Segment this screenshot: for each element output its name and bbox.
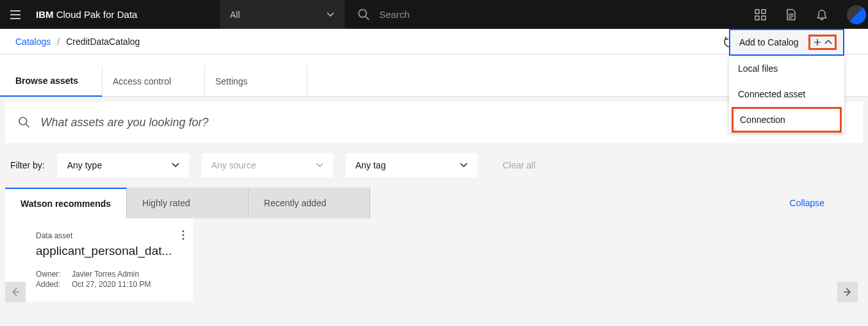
menu-item-connected-asset[interactable]: Connected asset	[729, 81, 844, 107]
svg-rect-3	[755, 16, 759, 20]
collapse-link[interactable]: Collapse	[790, 198, 863, 208]
svg-point-7	[183, 234, 184, 236]
svg-point-5	[19, 117, 27, 125]
svg-rect-2	[762, 10, 766, 13]
filter-type[interactable]: Any type	[58, 153, 189, 177]
tab-settings[interactable]: Settings	[205, 66, 307, 96]
owner-label: Owner:	[36, 270, 68, 279]
carousel-next[interactable]	[837, 282, 858, 302]
svg-point-0	[359, 10, 366, 17]
chevron-up-icon	[824, 40, 832, 45]
avatar-button[interactable]	[837, 0, 868, 29]
filter-row: Filter by: Any type Any source Any tag C…	[5, 143, 863, 188]
svg-rect-1	[755, 10, 759, 13]
notifications-button[interactable]	[807, 0, 837, 29]
chevron-down-icon	[327, 12, 334, 17]
filter-source[interactable]: Any source	[202, 153, 333, 177]
filter-tag-label: Any tag	[356, 160, 386, 170]
top-header: IBM Cloud Pak for Data All	[0, 0, 868, 29]
arrow-right-icon	[842, 287, 853, 297]
breadcrumb: Catalogs / CreditDataCatalog	[15, 37, 140, 47]
header-actions	[745, 0, 868, 29]
chevron-down-icon	[460, 163, 468, 168]
tab-browse-assets[interactable]: Browse assets	[0, 66, 102, 97]
owner-value: Javier Torres Admin	[72, 270, 181, 279]
add-to-catalog-icons	[808, 35, 837, 50]
tab-access-control[interactable]: Access control	[102, 66, 205, 96]
tab-highly-rated[interactable]: Highly rated	[127, 188, 249, 218]
global-search[interactable]	[357, 8, 745, 21]
filter-source-label: Any source	[211, 160, 256, 170]
add-to-catalog-dropdown: Add to Catalog Local files Connected ass…	[729, 29, 844, 135]
svg-rect-4	[762, 16, 766, 20]
scope-dropdown-label: All	[230, 10, 240, 20]
document-icon	[786, 9, 796, 20]
clear-all-button[interactable]: Clear all	[503, 160, 536, 170]
hamburger-icon	[9, 8, 22, 21]
asset-name: applicant_personal_dat...	[36, 244, 181, 258]
recommendation-bar: Watson recommends Highly rated Recently …	[5, 188, 863, 218]
asset-cards: Data asset applicant_personal_dat... Own…	[5, 218, 863, 302]
recommendation-tabs: Watson recommends Highly rated Recently …	[5, 188, 370, 218]
breadcrumb-separator: /	[57, 37, 60, 47]
svg-point-6	[183, 231, 184, 232]
asset-meta: Owner: Javier Torres Admin Added: Oct 27…	[36, 270, 181, 289]
search-icon	[357, 8, 370, 21]
breadcrumb-root[interactable]: Catalogs	[15, 37, 51, 47]
add-to-catalog-menu: Local files Connected asset Connection	[729, 56, 844, 133]
search-icon	[18, 116, 30, 129]
scope-dropdown[interactable]: All	[220, 0, 345, 29]
asset-card[interactable]: Data asset applicant_personal_dat... Own…	[5, 218, 193, 302]
plus-icon	[813, 38, 822, 47]
menu-item-connection[interactable]: Connection	[732, 107, 842, 133]
brand-label: IBM Cloud Pak for Data	[31, 9, 137, 20]
hamburger-menu[interactable]	[0, 0, 31, 29]
bell-icon	[816, 9, 828, 20]
breadcrumb-current: CreditDataCatalog	[66, 37, 140, 47]
menu-item-local-files[interactable]: Local files	[729, 56, 844, 81]
filter-tag[interactable]: Any tag	[346, 153, 477, 177]
asset-type-label: Data asset	[36, 231, 181, 240]
apps-icon	[755, 9, 766, 20]
document-button[interactable]	[776, 0, 807, 29]
carousel-prev[interactable]	[5, 282, 26, 302]
svg-point-8	[183, 238, 184, 240]
apps-button[interactable]	[745, 0, 776, 29]
avatar	[847, 5, 866, 24]
overflow-icon	[182, 230, 184, 240]
brand-prefix: IBM	[36, 9, 54, 20]
brand-suffix: Cloud Pak for Data	[54, 9, 138, 20]
added-value: Oct 27, 2020 11:10 PM	[72, 280, 181, 289]
chevron-down-icon	[172, 163, 179, 168]
added-label: Added:	[36, 280, 68, 289]
add-to-catalog-label: Add to Catalog	[739, 37, 799, 47]
add-to-catalog-button[interactable]: Add to Catalog	[729, 29, 844, 56]
tab-watson-recommends[interactable]: Watson recommends	[5, 188, 127, 218]
filter-type-label: Any type	[67, 160, 102, 170]
chevron-down-icon	[316, 163, 323, 168]
tab-recently-added[interactable]: Recently added	[249, 188, 370, 218]
asset-card-menu[interactable]	[182, 230, 184, 240]
arrow-left-icon	[10, 287, 20, 297]
filter-by-label: Filter by:	[10, 160, 45, 170]
global-search-input[interactable]	[379, 9, 571, 20]
